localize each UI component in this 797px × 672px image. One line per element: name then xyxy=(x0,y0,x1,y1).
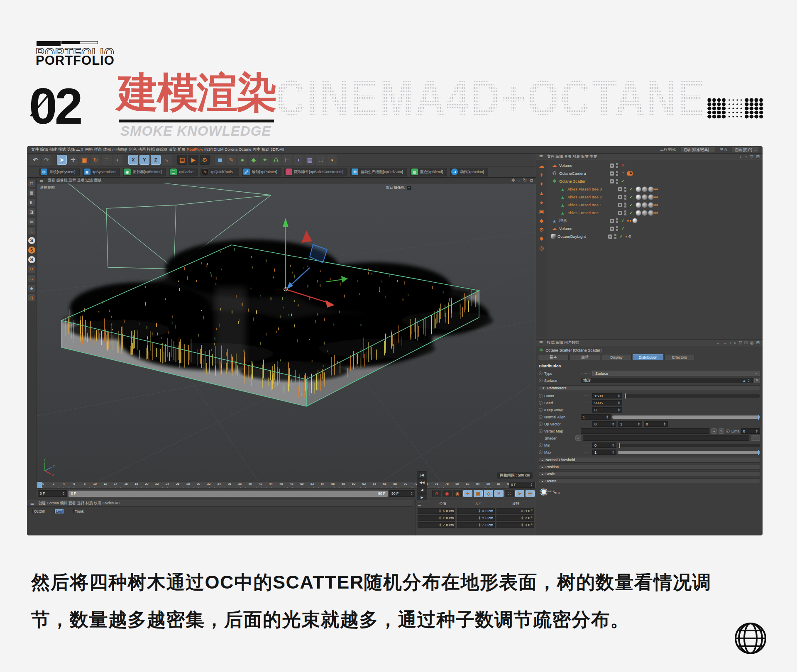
toolbar-icon[interactable]: ↷ xyxy=(42,155,51,165)
viewport-menu-item[interactable]: 面板 xyxy=(94,178,102,182)
object-name[interactable]: OctaneDayLight xyxy=(557,234,606,239)
object-name[interactable]: 地形 xyxy=(559,218,608,223)
toolbar-icon[interactable]: ≡ xyxy=(102,155,112,165)
menu-item[interactable]: 模拟 xyxy=(147,147,155,152)
toolbar-icon[interactable]: ◆ xyxy=(249,155,259,165)
edit-toggle-icon[interactable] xyxy=(610,171,614,176)
attr-toolbar-icon[interactable]: ⚿ xyxy=(744,340,748,345)
visibility-dots-icon[interactable] xyxy=(624,195,627,200)
seed-field[interactable]: 9995▲▼ xyxy=(592,400,622,406)
material-item[interactable]: OctDiff xyxy=(30,508,48,513)
attribute-tab[interactable]: 基本 xyxy=(538,354,569,360)
hamburger-icon[interactable]: ☰ xyxy=(30,501,34,506)
toolbar-icon[interactable]: ⁂ xyxy=(271,155,281,165)
hamburger-icon[interactable]: ☰ xyxy=(418,502,425,506)
keyframe-button[interactable]: ☰ xyxy=(526,490,535,497)
vertex-map-field[interactable] xyxy=(581,428,709,434)
param-bullet-icon[interactable] xyxy=(539,443,543,447)
toolbar-icon[interactable] xyxy=(211,155,214,165)
min-slider[interactable] xyxy=(618,444,760,447)
viewport-nav-icon[interactable]: ⧉ xyxy=(530,178,533,183)
keyframe-button[interactable]: ▣ xyxy=(474,490,483,497)
shader-field[interactable] xyxy=(583,435,749,441)
viewport-menu-item[interactable]: 查看 xyxy=(48,178,55,182)
range-start-field[interactable]: 0 F▲▼ xyxy=(38,490,67,497)
hamburger-icon[interactable]: ☰ xyxy=(39,178,43,183)
material-menu-item[interactable]: 纹理 xyxy=(94,501,102,505)
mode-icon[interactable]: ◆ xyxy=(28,285,35,292)
palette-icon[interactable]: ▣ xyxy=(539,209,544,214)
om-menu-item[interactable]: 对象 xyxy=(573,154,580,159)
object-row[interactable]: ☁ Volume ⚙ xyxy=(547,161,763,169)
menu-item[interactable]: INSYDIUM xyxy=(204,147,223,152)
xp-toolbar-button[interactable]: ◍ 混合[xpBlend] xyxy=(410,168,447,176)
palette-icon[interactable]: ✦ xyxy=(539,181,544,187)
viewport-canvas[interactable]: Y Z X 透视视图 默认摄像机 ⁘ 网格间距 : 500 cm xyxy=(37,183,536,481)
keyframe-button[interactable]: ◉ xyxy=(453,490,462,497)
toolbar-icon[interactable] xyxy=(173,155,176,165)
visibility-dots-icon[interactable] xyxy=(616,171,619,176)
object-row[interactable]: ✲ Octane Scatter ⚙ xyxy=(547,177,763,185)
visibility-dots-icon[interactable] xyxy=(624,187,627,192)
normal-align-field[interactable]: 1▲▼ xyxy=(581,414,611,420)
keyframe-button[interactable]: ◉ xyxy=(443,490,452,497)
viewport-menu-item[interactable]: 显示 xyxy=(68,178,76,182)
object-name[interactable]: Volume xyxy=(559,226,608,231)
toolbar-icon[interactable]: ↶ xyxy=(30,155,40,165)
transport-button[interactable]: |◀ xyxy=(417,471,427,479)
edit-toggle-icon[interactable] xyxy=(608,235,612,239)
toolbar-icon[interactable]: ◐ xyxy=(113,155,123,165)
count-slider[interactable] xyxy=(624,394,760,398)
mode-icon[interactable]: ∷ xyxy=(28,275,35,282)
edit-toggle-icon[interactable] xyxy=(618,203,622,207)
size-x-field[interactable]: ▲▼X0 cm xyxy=(457,508,495,514)
range-end-field[interactable]: 90 F▲▼ xyxy=(389,490,415,497)
enable-state-icon[interactable] xyxy=(628,210,634,215)
menu-item[interactable]: 样条 xyxy=(94,147,102,152)
toolbar-icon[interactable]: ➤ xyxy=(57,155,67,165)
attr-toolbar-icon[interactable]: ↑ xyxy=(729,340,731,345)
visibility-dots-icon[interactable] xyxy=(624,210,627,215)
up-vector-z-field[interactable]: 0▲▼ xyxy=(644,421,668,427)
toolbar-icon[interactable]: ◖ xyxy=(293,155,303,165)
param-bullet-icon[interactable] xyxy=(539,371,543,375)
enable-state-icon[interactable] xyxy=(628,195,634,199)
type-select[interactable]: Surface xyxy=(592,371,760,376)
palette-icon[interactable]: ✸ xyxy=(539,236,544,242)
object-row[interactable]: OctaneDayLight ⚙ xyxy=(547,232,763,240)
size-z-field[interactable]: ▲▼Z0 cm xyxy=(457,522,495,528)
hamburger-icon[interactable]: ☰ xyxy=(539,340,543,345)
param-bullet-icon[interactable] xyxy=(726,429,730,433)
menu-item[interactable]: 文件 xyxy=(31,147,39,152)
browse-button[interactable]: ... xyxy=(751,435,760,441)
palette-icon[interactable]: ☁ xyxy=(539,163,544,169)
palette-icon[interactable]: ◆ xyxy=(540,218,544,223)
mode-icon[interactable]: ↺ xyxy=(28,266,35,273)
toolbar-icon[interactable] xyxy=(124,155,127,165)
keyframe-button[interactable]: ✛ xyxy=(463,490,472,497)
xp-toolbar-button[interactable]: ⚙ 系统[xpSystem] xyxy=(39,168,80,176)
menu-item[interactable]: 跟踪器 xyxy=(156,147,168,152)
material-name[interactable]: OctDiff xyxy=(33,509,46,513)
material-menu-item[interactable]: Cycles 4D xyxy=(103,501,120,505)
om-menu-item[interactable]: 查看 xyxy=(564,154,572,159)
enable-state-icon[interactable] xyxy=(619,234,624,239)
palette-icon[interactable]: ⚙ xyxy=(539,227,544,232)
param-bullet-icon[interactable] xyxy=(539,415,543,419)
om-toolbar-icon[interactable]: ⌕ xyxy=(739,154,742,159)
keep-away-field[interactable]: 0▲▼ xyxy=(592,407,622,413)
viewport-menu-item[interactable]: 选项 xyxy=(77,178,85,182)
mode-icon[interactable]: ▦ xyxy=(28,189,35,196)
object-name[interactable]: Abies Fraseri tree 2 xyxy=(567,195,616,199)
camera-icon[interactable]: ⁘ xyxy=(407,186,411,190)
material-menu-item[interactable]: Corona xyxy=(46,501,59,505)
menu-item[interactable]: 运动图形 xyxy=(112,147,128,152)
object-row[interactable]: ☁ Volume ⚙ xyxy=(547,225,763,232)
transport-button[interactable]: ◀◀ xyxy=(417,479,427,486)
param-bullet-icon[interactable] xyxy=(539,408,543,412)
om-menu-item[interactable]: 书签 xyxy=(590,154,597,159)
object-row[interactable]: ▲ Abies Fraseri tree ⚙ xyxy=(547,209,763,217)
toolbar-icon[interactable]: ▦ xyxy=(305,155,315,165)
attr-toolbar-icon[interactable]: ▽ xyxy=(739,340,742,345)
object-row[interactable]: ⏣ OctaneCamera ⚙ xyxy=(547,169,763,177)
